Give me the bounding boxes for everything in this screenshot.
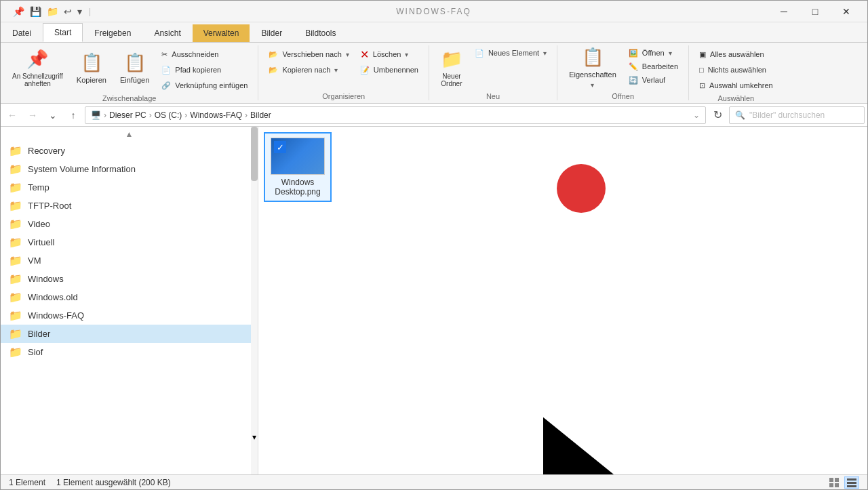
new-item-dropdown-icon[interactable]: ▾ [543, 49, 547, 57]
list-view-button[interactable] [844, 476, 859, 489]
file-name: Windows Desktop.png [275, 178, 320, 197]
new-folder-qs-icon[interactable]: 📁 [45, 5, 60, 18]
path-home-icon: 🖥️ [91, 110, 101, 120]
tab-bildtools[interactable]: Bildtools [294, 24, 347, 42]
oeffnen-dropdown-icon[interactable]: ▾ [669, 49, 672, 57]
search-box[interactable]: 🔍 "Bilder" durchsuchen [729, 106, 865, 124]
ribbon: 📌 An Schnellzugriff anheften 📋 Kopieren … [1, 43, 867, 104]
path-bilder[interactable]: Bilder [250, 110, 271, 120]
path-dieser-pc[interactable]: Dieser PC [109, 110, 146, 120]
sidebar-item-system-volume-label: System Volume Information [28, 164, 136, 174]
neuer-ordner-button[interactable]: 📁 Neuer Ordner [435, 47, 469, 89]
tab-verwalten[interactable]: Verwalten [193, 24, 250, 42]
eigenschaften-dropdown-icon[interactable]: ▾ [591, 81, 594, 89]
scroll-up-button[interactable]: ▲ [1, 127, 258, 142]
path-dropdown-icon[interactable]: ⌄ [693, 110, 700, 120]
up-button[interactable]: ↑ [64, 106, 82, 124]
path-os-c[interactable]: OS (C:) [155, 110, 182, 120]
sidebar-item-bilder-label: Bilder [28, 329, 50, 339]
loeschen-dropdown-icon[interactable]: ▾ [405, 51, 408, 58]
oeffnen-btn[interactable]: 🖼️ Öffnen ▾ [624, 47, 683, 59]
eigenschaften-button[interactable]: 📋 Eigenschaften ▾ [563, 47, 623, 89]
verschieben-nach-button[interactable]: 📂 Verschieben nach ▾ [264, 47, 353, 62]
verlauf-btn[interactable]: 🔄 Verlauf [624, 74, 683, 86]
sidebar-item-recovery[interactable]: 📁 Recovery [1, 142, 258, 160]
search-icon: 🔍 [735, 110, 745, 120]
scroll-down-arrow-area[interactable]: ▾ [251, 432, 258, 442]
nichts-auswaehlen-button[interactable]: □ Nichts auswählen [694, 62, 778, 77]
sidebar-item-tftp[interactable]: 📁 TFTP-Root [1, 197, 258, 215]
move-icon: 📂 [269, 50, 278, 59]
maximize-button[interactable]: □ [800, 1, 831, 22]
ausschneiden-label: Ausschneiden [172, 50, 218, 58]
grid-view-button[interactable] [827, 476, 842, 489]
sidebar-scroll-thumb[interactable] [251, 127, 258, 181]
path-copy-icon: 📄 [161, 66, 171, 75]
loeschen-button[interactable]: ✕ Löschen ▾ [355, 47, 423, 62]
ausschneiden-button[interactable]: ✂ Ausschneiden [157, 47, 252, 62]
pin-icon[interactable]: 📌 [12, 5, 26, 18]
tab-ansicht[interactable]: Ansicht [142, 24, 192, 42]
alles-auswaehlen-label: Alles auswählen [710, 50, 764, 58]
sidebar-item-virtuell[interactable]: 📁 Virtuell [1, 233, 258, 251]
content-area: ✓ Windows Desktop.png [258, 127, 867, 474]
svg-rect-7 [847, 485, 856, 487]
kopieren-nach-label: Kopieren nach [282, 66, 330, 74]
pin-large-icon: 📌 [26, 49, 48, 70]
file-checkbox[interactable]: ✓ [274, 141, 286, 153]
minimize-button[interactable]: ─ [768, 1, 800, 22]
new-folder-icon: 📁 [441, 49, 462, 70]
tab-bilder[interactable]: Bilder [250, 24, 294, 42]
dropdown-qs-icon[interactable]: ▾ [76, 5, 83, 18]
verschieben-nach-label: Verschieben nach [282, 50, 341, 58]
alles-auswaehlen-button[interactable]: ▣ Alles auswählen [694, 47, 778, 62]
invert-selection-icon: ⊡ [699, 81, 705, 90]
sidebar-item-siof[interactable]: 📁 Siof [1, 343, 258, 361]
sidebar-item-bilder[interactable]: 📁 Bilder [1, 325, 258, 343]
kopieren-nach-button[interactable]: 📂 Kopieren nach ▾ [264, 62, 353, 77]
sidebar-item-system-volume[interactable]: 📁 System Volume Information [1, 160, 258, 178]
verschieben-dropdown-icon[interactable]: ▾ [346, 51, 349, 58]
sidebar-item-temp[interactable]: 📁 Temp [1, 178, 258, 197]
svg-rect-1 [829, 478, 833, 482]
tab-datei[interactable]: Datei [1, 24, 43, 42]
new-item-btns: 📄 Neues Element ▾ [470, 47, 551, 59]
folder-icon-temp: 📁 [9, 181, 22, 194]
sidebar-item-windows[interactable]: 📁 Windows [1, 270, 258, 288]
folder-icon-windows-faq: 📁 [9, 309, 22, 322]
refresh-button[interactable]: ↻ [709, 106, 726, 124]
organisieren-label: Organisieren [264, 91, 423, 100]
paste-large-icon: 📋 [124, 52, 146, 73]
pfad-kopieren-button[interactable]: 📄 Pfad kopieren [157, 62, 252, 77]
recent-button[interactable]: ⌄ [44, 106, 62, 124]
file-item-windows-desktop[interactable]: ✓ Windows Desktop.png [264, 132, 332, 202]
umbenennen-button[interactable]: 📝 Umbenennen [355, 62, 423, 77]
einfuegen-button[interactable]: 📋 Einfügen [114, 47, 155, 89]
kopieren-label: Kopieren [77, 76, 106, 84]
verknuepfung-button[interactable]: 🔗 Verknüpfung einfügen [157, 78, 252, 93]
pin-button[interactable]: 📌 An Schnellzugriff anheften [6, 47, 69, 89]
close-button[interactable]: ✕ [831, 1, 862, 22]
kopieren-dropdown-icon[interactable]: ▾ [334, 66, 338, 74]
sidebar-item-windows-faq[interactable]: 📁 Windows-FAQ [1, 306, 258, 325]
undo-icon[interactable]: ↩ [62, 5, 73, 18]
kopieren-button[interactable]: 📋 Kopieren [71, 47, 113, 89]
tab-start[interactable]: Start [43, 23, 83, 42]
svg-rect-6 [847, 482, 856, 484]
back-button[interactable]: ← [3, 106, 21, 124]
sidebar-item-video[interactable]: 📁 Video [1, 215, 258, 233]
bearbeiten-btn[interactable]: ✏️ Bearbeiten [624, 60, 683, 73]
forward-button[interactable]: → [24, 106, 41, 124]
einfuegen-label: Einfügen [120, 76, 149, 84]
rename-icon: 📝 [360, 66, 370, 75]
address-path[interactable]: 🖥️ › Dieser PC › OS (C:) › Windows-FAQ ›… [85, 106, 706, 124]
sidebar-item-windows-old[interactable]: 📁 Windows.old [1, 288, 258, 306]
svg-rect-2 [835, 478, 839, 482]
sidebar-item-vm[interactable]: 📁 VM [1, 251, 258, 270]
sidebar-scrollbar[interactable]: ▾ [251, 127, 258, 474]
auswahl-umkehren-button[interactable]: ⊡ Auswahl umkehren [694, 78, 778, 93]
new-item-button[interactable]: 📄 Neues Element ▾ [470, 47, 551, 59]
path-windows-faq[interactable]: Windows-FAQ [190, 110, 242, 120]
tab-freigeben[interactable]: Freigeben [83, 24, 142, 42]
save-icon[interactable]: 💾 [28, 5, 43, 18]
